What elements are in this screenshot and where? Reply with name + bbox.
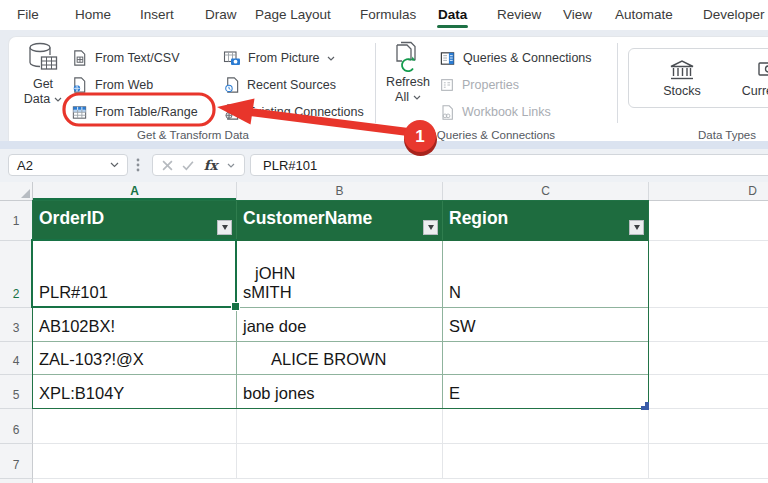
properties-button[interactable]: Properties — [439, 73, 519, 97]
formula-value: PLR#101 — [263, 158, 317, 173]
cell-b5[interactable]: bob jones — [237, 375, 443, 409]
select-all-button[interactable] — [0, 182, 33, 201]
cell-a2-selected[interactable]: PLR#101 — [33, 241, 237, 308]
tab-data[interactable]: Data — [438, 0, 467, 30]
filter-dropdown-orderid[interactable] — [217, 220, 232, 235]
filter-dropdown-customername[interactable] — [423, 220, 438, 235]
from-web-button[interactable]: From Web — [71, 73, 153, 97]
name-box[interactable]: A2 — [8, 154, 128, 176]
cell-d6[interactable] — [649, 409, 768, 444]
cancel-icon[interactable] — [162, 160, 173, 171]
cell-b2[interactable]: jOHN sMITH — [237, 241, 443, 308]
get-data-icon — [26, 41, 60, 77]
filter-arrow-icon — [428, 225, 434, 230]
drag-handle-icon[interactable] — [136, 157, 140, 173]
insert-function-button[interactable]: fx — [204, 157, 218, 173]
cell-d5[interactable] — [649, 375, 768, 409]
chevron-down-icon — [110, 162, 119, 168]
cell-a5[interactable]: XPL:B104Y — [33, 375, 237, 409]
tab-home[interactable]: Home — [75, 0, 111, 30]
existing-connections-button[interactable]: Existing Connections — [223, 100, 364, 124]
formula-bar: A2 fx PLR#101 — [0, 149, 768, 182]
row-header-2[interactable]: 2 — [0, 241, 33, 308]
chevron-down-icon[interactable] — [227, 163, 235, 168]
cell-c4[interactable] — [443, 342, 649, 375]
tab-insert[interactable]: Insert — [140, 0, 174, 30]
from-web-icon — [71, 76, 88, 94]
filter-arrow-icon — [222, 225, 228, 230]
cell-b7[interactable] — [237, 444, 443, 479]
row-header-1[interactable]: 1 — [0, 201, 33, 241]
cell-b3[interactable]: jane doe — [237, 308, 443, 342]
stocks-button[interactable]: Stocks — [641, 49, 723, 107]
select-all-triangle-icon — [21, 189, 30, 198]
cell-c2[interactable]: N — [443, 241, 649, 308]
column-header-a[interactable]: A — [33, 182, 237, 201]
tab-draw[interactable]: Draw — [205, 0, 237, 30]
cell-a3[interactable]: AB102BX! — [33, 308, 237, 342]
filter-dropdown-region[interactable] — [629, 220, 644, 235]
cell-c6[interactable] — [443, 409, 649, 444]
group-label-get-transform: Get & Transform Data — [9, 129, 377, 141]
table-header-customername[interactable]: CustomerName — [237, 201, 443, 241]
chevron-down-icon — [413, 95, 421, 100]
filter-arrow-icon — [634, 225, 640, 230]
recent-sources-button[interactable]: Recent Sources — [223, 73, 336, 97]
row-header-5[interactable]: 5 — [0, 375, 33, 409]
column-header-b[interactable]: B — [237, 182, 443, 201]
currencies-button[interactable]: Currencies — [731, 49, 768, 107]
from-picture-icon — [223, 49, 241, 67]
row-header-7[interactable]: 7 — [0, 444, 33, 479]
row-header-4[interactable]: 4 — [0, 342, 33, 375]
tab-page-layout[interactable]: Page Layout — [255, 0, 331, 30]
ribbon-bottom-band — [0, 141, 768, 149]
row-header-3[interactable]: 3 — [0, 308, 33, 342]
group-divider — [617, 43, 618, 123]
cell-a6[interactable] — [33, 409, 237, 444]
recent-sources-icon — [223, 76, 240, 94]
tab-review[interactable]: Review — [497, 0, 541, 30]
table-header-region[interactable]: Region — [443, 201, 649, 241]
cell-d7[interactable] — [649, 444, 768, 479]
tab-automate[interactable]: Automate — [615, 0, 673, 30]
workbook-links-button[interactable]: Workbook Links — [439, 100, 551, 124]
from-text-csv-button[interactable]: From Text/CSV — [71, 46, 180, 70]
tab-formulas[interactable]: Formulas — [360, 0, 416, 30]
refresh-all-icon — [393, 41, 423, 75]
cell-c3[interactable]: SW — [443, 308, 649, 342]
from-picture-button[interactable]: From Picture — [223, 46, 335, 70]
cell-a4[interactable]: ZAL-103?!@X — [33, 342, 237, 375]
enter-icon[interactable] — [182, 160, 194, 171]
from-table-range-button[interactable]: From Table/Range — [71, 100, 198, 124]
cell-c5[interactable]: E — [443, 375, 649, 409]
get-data-label-line2: Data — [24, 92, 50, 107]
refresh-all-button[interactable]: Refresh All — [384, 41, 432, 105]
cell-d4[interactable] — [649, 342, 768, 375]
table-header-orderid[interactable]: OrderID — [33, 201, 237, 241]
row-header-6[interactable]: 6 — [0, 409, 33, 444]
from-table-range-icon — [71, 104, 88, 121]
cell-d3[interactable] — [649, 308, 768, 342]
cell-d1[interactable] — [649, 201, 768, 241]
chevron-down-icon — [54, 97, 62, 102]
refresh-all-label-line2: All — [395, 90, 409, 105]
column-header-d[interactable]: D — [649, 182, 768, 201]
group-label-queries: Queries & Connections — [375, 129, 617, 141]
cell-d2[interactable] — [649, 241, 768, 308]
formula-input[interactable]: PLR#101 — [250, 154, 768, 176]
get-data-button[interactable]: Get Data — [19, 41, 67, 107]
cell-c7[interactable] — [443, 444, 649, 479]
queries-connections-button[interactable]: Queries & Connections — [439, 46, 592, 70]
tab-view[interactable]: View — [563, 0, 592, 30]
cell-b4[interactable]: ALICE BROWN — [237, 342, 443, 375]
tab-developer[interactable]: Developer — [703, 0, 765, 30]
tab-file[interactable]: File — [17, 0, 39, 30]
stocks-icon — [669, 58, 695, 82]
from-text-csv-icon — [71, 49, 88, 67]
cell-a7[interactable] — [33, 444, 237, 479]
currencies-icon — [758, 58, 768, 82]
cell-b6[interactable] — [237, 409, 443, 444]
row-header-8[interactable] — [0, 479, 33, 483]
column-header-c[interactable]: C — [443, 182, 649, 201]
menu-bar: File Home Insert Draw Page Layout Formul… — [0, 0, 768, 30]
